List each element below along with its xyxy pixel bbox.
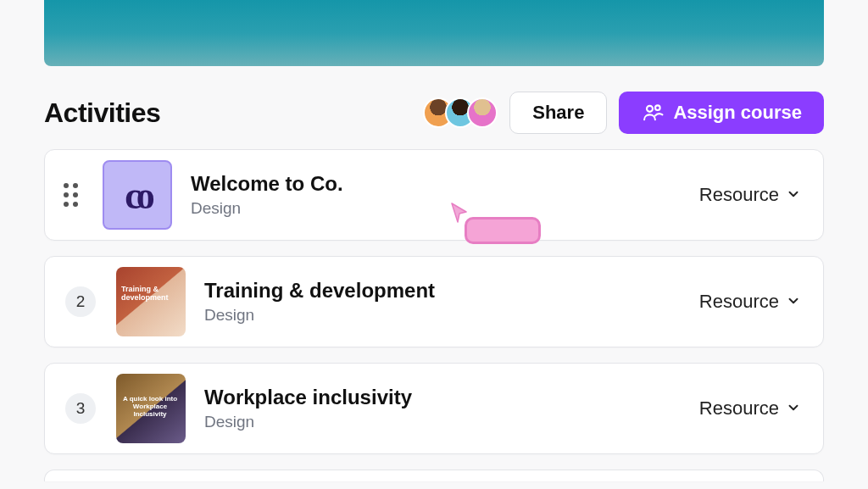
co-logo: co: [125, 172, 150, 218]
drag-handle-icon[interactable]: [58, 183, 82, 207]
activity-index-badge: 2: [65, 286, 96, 317]
activity-card[interactable]: [44, 470, 824, 481]
share-button[interactable]: Share: [509, 92, 607, 134]
assign-icon: [641, 101, 665, 125]
activity-type-label: Resource: [699, 184, 779, 206]
activity-category: Design: [204, 413, 699, 431]
activities-header: Activities Share Assign c: [15, 66, 853, 139]
section-title: Activities: [44, 97, 160, 129]
assign-button-label: Assign course: [673, 102, 802, 124]
activity-type-dropdown[interactable]: Resource: [699, 291, 801, 313]
course-banner: [44, 0, 824, 66]
activities-list: co Welcome to Co. Design Resource 2 Trai…: [15, 139, 853, 481]
activity-card[interactable]: 2 Training & development Design Resource: [44, 256, 824, 347]
activity-category: Design: [204, 306, 699, 325]
activity-type-label: Resource: [699, 397, 779, 420]
activity-index-badge: 3: [65, 393, 96, 424]
activity-category: Design: [191, 199, 699, 218]
collaborator-avatars[interactable]: [423, 97, 498, 128]
activity-title: Workplace inclusivity: [204, 386, 699, 409]
activity-title: Training & development: [204, 279, 699, 303]
activity-title: Welcome to Co.: [191, 172, 699, 196]
activity-type-label: Resource: [699, 291, 779, 313]
avatar[interactable]: [467, 97, 498, 128]
activity-thumbnail: co: [103, 160, 172, 230]
chevron-down-icon: [786, 400, 801, 418]
svg-point-0: [647, 106, 653, 112]
activity-thumbnail: [116, 374, 186, 443]
activity-card[interactable]: co Welcome to Co. Design Resource: [44, 149, 824, 241]
header-actions: Share Assign course: [423, 92, 824, 134]
activity-thumbnail: [116, 267, 186, 336]
chevron-down-icon: [786, 293, 801, 311]
activity-type-dropdown[interactable]: Resource: [699, 397, 801, 420]
share-button-label: Share: [532, 102, 584, 124]
chevron-down-icon: [786, 186, 801, 204]
svg-point-1: [655, 105, 660, 110]
activity-card[interactable]: 3 Workplace inclusivity Design Resource: [44, 363, 824, 454]
assign-course-button[interactable]: Assign course: [619, 92, 824, 134]
activity-type-dropdown[interactable]: Resource: [699, 184, 801, 206]
